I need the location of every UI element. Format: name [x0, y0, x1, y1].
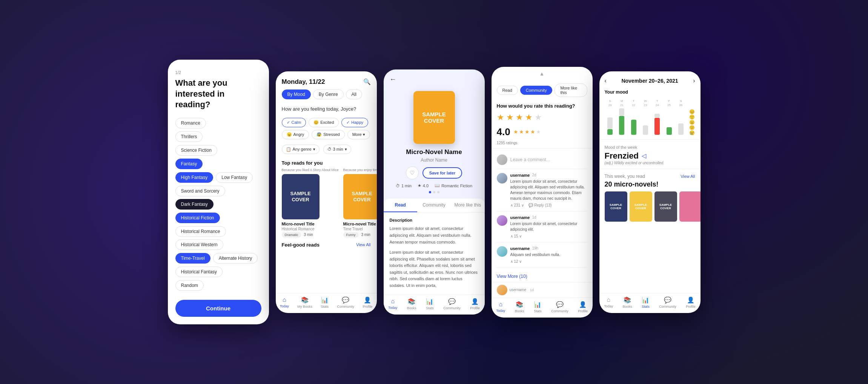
nav-books-s3[interactable]: 📚 Books: [407, 298, 416, 310]
tab-read-s4[interactable]: Read: [497, 86, 518, 95]
star-2[interactable]: ★: [506, 113, 514, 122]
tab-read[interactable]: Read: [384, 199, 417, 212]
week-book-2[interactable]: SAMPLE COVER: [630, 191, 652, 222]
collapse-chevron[interactable]: ▲: [492, 67, 593, 80]
nav-today-s2[interactable]: ⌂ Today: [280, 296, 289, 308]
cover-text-detail: SAMPLE COVER: [413, 111, 455, 124]
view-more-comments[interactable]: View More (10): [492, 271, 593, 282]
book-cover-detail[interactable]: SAMPLE COVER: [413, 91, 455, 144]
mood-emoji-axis: 😊 🙂 😐 😕 😢: [687, 108, 695, 135]
time-filter[interactable]: ⏱ 3 min ▾: [323, 145, 351, 154]
nav-profile-s2[interactable]: 👤 Profile: [363, 296, 373, 308]
genre-tag-alternate-history[interactable]: Alternate History: [213, 253, 258, 264]
book-meta-2: Funny 3 min: [343, 232, 377, 237]
genre-tag-historical-fiction[interactable]: Historical Fiction: [175, 213, 220, 223]
genre-filter[interactable]: 📋 Any genre ▾: [282, 145, 320, 154]
genre-tag-historical-romance[interactable]: Historical Romance: [175, 226, 226, 237]
genre-tag-thrillers[interactable]: Thrillers: [175, 131, 203, 142]
nav-profile-s5[interactable]: 👤 Profile: [686, 296, 696, 308]
book-title-detail: Micro-Novel Name: [406, 148, 462, 156]
reply-btn-1[interactable]: 💬 Reply (13): [528, 203, 552, 207]
genre-tag-low-fantasy[interactable]: Low Fantasy: [216, 172, 253, 183]
community-icon-s4: 💬: [556, 301, 564, 308]
genre-tag-fantasy[interactable]: Fantasy: [175, 159, 203, 169]
nav-community-s5[interactable]: 💬 Community: [659, 296, 676, 308]
nav-profile-s3[interactable]: 👤 Profile: [470, 298, 480, 310]
star-4[interactable]: ★: [525, 113, 533, 122]
view-all-link-s2[interactable]: View All: [356, 242, 370, 247]
nav-community-s2[interactable]: 💬 Community: [337, 296, 355, 308]
tab-community-s4[interactable]: Community: [520, 86, 553, 95]
genre-tag-random[interactable]: Random: [175, 280, 204, 291]
book-time-2: 3 min: [361, 233, 370, 237]
mood-section: Your mood S 20 M 21: [599, 86, 701, 138]
genre-tag-historical-western[interactable]: Historical Western: [175, 239, 223, 250]
week-book-4[interactable]: [679, 191, 701, 222]
face-icon: 😊: [313, 120, 319, 125]
genre-tag-high-fantasy[interactable]: High Fantasy: [175, 172, 214, 183]
mood-chip-calm[interactable]: ✓ Calm: [282, 118, 306, 127]
upvote-btn-1[interactable]: ∧ 231 ∨: [510, 203, 524, 207]
nav-today-s3[interactable]: ⌂ Today: [388, 298, 397, 310]
mood-chip-stressed[interactable]: 😰 Stressed: [312, 130, 344, 139]
share-mood-icon[interactable]: ◁: [642, 152, 646, 159]
book-cover-1[interactable]: SAMPLECOVER: [282, 174, 320, 219]
genre-tag-scifi[interactable]: Science Fiction: [175, 145, 217, 156]
prev-week-btn[interactable]: ‹: [605, 77, 607, 84]
genre-tag-romance[interactable]: Romance: [175, 118, 206, 128]
bar-col-7: [678, 108, 684, 135]
nav-stats-s5[interactable]: 📊 Stats: [642, 296, 650, 308]
nav-books-s5[interactable]: 📚 Books: [623, 296, 632, 308]
emoji-happy: 😊: [689, 109, 695, 114]
nav-community-s4[interactable]: 💬 Community: [551, 301, 568, 313]
tab-community-s3[interactable]: Community: [417, 199, 451, 212]
nav-stats-s3[interactable]: 📊 Stats: [426, 298, 434, 310]
tab-more-like-this-s3[interactable]: More like this: [451, 199, 484, 212]
nav-community-s3[interactable]: 💬 Community: [443, 298, 461, 310]
nav-mybooks-s2[interactable]: 📚 My Books: [297, 296, 312, 308]
genre-tag-dark-fantasy[interactable]: Dark Fantasy: [175, 199, 214, 210]
next-week-btn[interactable]: ›: [693, 77, 695, 84]
profile-icon-s5: 👤: [687, 296, 694, 304]
back-button-s3[interactable]: ←: [390, 76, 396, 83]
mood-chip-angry[interactable]: 😠 Angry: [282, 130, 309, 139]
nav-stats-s2[interactable]: 📊 Stats: [321, 296, 329, 308]
rating-number: 4.0: [497, 126, 510, 138]
view-all-stats[interactable]: View All: [681, 174, 695, 179]
upvote-btn-3[interactable]: ∧ 12 ∨: [510, 259, 522, 264]
nav-stats-s4[interactable]: 📊 Stats: [534, 301, 542, 313]
mood-chip-excited[interactable]: 😊 Excited: [309, 118, 339, 127]
genre-tag-sword-sorcery[interactable]: Sword and Sorcery: [175, 186, 225, 196]
comment-input-placeholder[interactable]: Leave a comment...: [510, 157, 587, 162]
nav-profile-s4[interactable]: 👤 Profile: [578, 301, 588, 313]
nav-today-s4[interactable]: ⌂ Today: [496, 301, 505, 313]
tab-by-mood[interactable]: By Mood: [282, 89, 311, 99]
tab-by-genre[interactable]: By Genre: [313, 89, 344, 99]
nav-books-s4[interactable]: 📚 Books: [515, 301, 524, 313]
mood-chip-more[interactable]: More ▾: [347, 130, 370, 139]
tab-more-like-s4[interactable]: More like this: [555, 83, 587, 97]
week-book-3[interactable]: SAMPLE COVER: [654, 191, 677, 222]
genre-tags-area: Romance Thrillers Science Fiction Fantas…: [175, 118, 261, 294]
continue-button[interactable]: Continue: [175, 300, 261, 317]
mood-chip-happy[interactable]: ✓ Happy: [341, 118, 368, 127]
save-later-button[interactable]: Save for later: [422, 167, 462, 179]
star-1[interactable]: ★: [497, 113, 504, 122]
search-icon[interactable]: 🔍: [363, 78, 371, 85]
genre-tag-historical-fantasy[interactable]: Historical Fantasy: [175, 267, 223, 277]
nav-label-mybooks-s2: My Books: [297, 305, 312, 308]
star-5[interactable]: ★: [535, 113, 542, 122]
nav-today-s5[interactable]: ⌂ Today: [604, 296, 613, 308]
week-book-1[interactable]: SAMPLE COVER: [605, 191, 627, 222]
tab-all[interactable]: All: [346, 89, 362, 99]
rating-question: How would you rate this reading?: [492, 100, 593, 111]
like-button[interactable]: ♡: [406, 167, 419, 179]
upvote-btn-2[interactable]: ∧ 15 ∨: [510, 234, 522, 238]
genre-tag-time-travel[interactable]: Time-Travel: [175, 253, 210, 264]
nav-label-community-s4: Community: [551, 309, 568, 313]
mood-label-angry: Angry: [293, 132, 304, 137]
nav-label-stats-s3: Stats: [426, 306, 434, 310]
star-sm-3: ★: [525, 129, 530, 135]
star-3[interactable]: ★: [516, 113, 523, 122]
book-cover-2[interactable]: SAMPLECOVER: [343, 174, 377, 219]
